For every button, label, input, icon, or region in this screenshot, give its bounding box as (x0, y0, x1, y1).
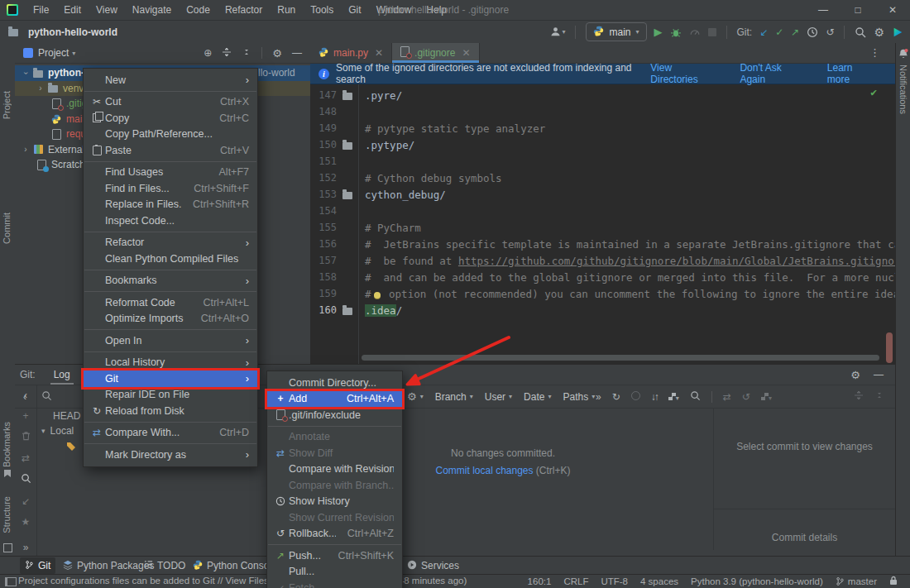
panel-settings-gear-icon[interactable]: ⚙ (850, 369, 860, 381)
collapse-all-icon[interactable] (242, 47, 251, 60)
banner-link-don-t-ask-again[interactable]: Don't Ask Again (740, 62, 805, 85)
filter-date[interactable]: Date▾ (524, 391, 551, 403)
status-segment-utf-8[interactable]: UTF-8 (601, 576, 628, 586)
status-segment-python-3-9-python-hello-world[interactable]: Python 3.9 (python-hello-world) (691, 576, 823, 586)
status-segment-crlf[interactable]: CRLF (563, 576, 588, 586)
menubar-item-navigate[interactable]: Navigate (125, 0, 179, 20)
context-menu-item-clean-python-compiled-files[interactable]: Clean Python Compiled Files (84, 251, 257, 267)
tool-strip-bookmarks[interactable]: Bookmarks (2, 422, 12, 467)
compare-branches-icon[interactable]: ⇄ (22, 452, 30, 464)
banner-link-view-directories[interactable]: View Directories (650, 62, 718, 85)
locate-file-icon[interactable]: ⊕ (204, 47, 212, 59)
diff-preview-icon[interactable]: ⇄ (723, 391, 731, 403)
git-submenu-item-compare-with-revision[interactable]: Compare with Revision... (267, 461, 402, 478)
context-menu-item-optimize-imports[interactable]: Optimize ImportsCtrl+Alt+O (84, 311, 257, 327)
tab-log[interactable]: Log (50, 365, 74, 385)
project-panel-title[interactable]: Project (38, 47, 69, 59)
run-button[interactable]: ▶ (654, 26, 663, 38)
tool-window-button-todo[interactable]: TODO (139, 557, 190, 574)
context-menu-item-mark-directory-as[interactable]: Mark Directory as› (84, 447, 257, 463)
layout-grid-icon[interactable]: ▾ (761, 391, 772, 403)
filter-user[interactable]: User▾ (485, 391, 512, 403)
context-menu-item-compare-with[interactable]: ⇄Compare With...Ctrl+D (84, 425, 257, 442)
menubar-item-git[interactable]: Git (341, 0, 368, 20)
context-menu-item-new[interactable]: New› (84, 72, 257, 88)
profiler-button[interactable] (689, 26, 701, 38)
close-tab-icon[interactable]: ✕ (462, 47, 470, 59)
vertical-scrollbar[interactable] (886, 332, 893, 363)
search-icon[interactable] (855, 26, 866, 38)
git-update-icon[interactable]: ↙ (759, 26, 768, 38)
menubar-item-refactor[interactable]: Refactor (218, 0, 270, 20)
debug-button[interactable] (670, 26, 682, 38)
chevron-collapsed-icon[interactable]: › (35, 84, 46, 93)
menubar-item-view[interactable]: View (89, 0, 125, 20)
close-button[interactable]: ✕ (875, 0, 910, 20)
git-submenu-item-commit-directory[interactable]: Commit Directory... (267, 375, 402, 391)
run-configuration-selector[interactable]: main ▾ (586, 22, 646, 41)
editor-tab-gitignore[interactable]: .gitignore✕ (392, 43, 479, 63)
editor-tab-main-py[interactable]: main.py✕ (310, 43, 392, 63)
filter-paths[interactable]: Paths▾ (563, 391, 595, 403)
context-menu-item-open-in[interactable]: Open In› (84, 332, 257, 349)
context-menu-item-reload-from-disk[interactable]: ↻Reload from Disk (84, 403, 257, 419)
user-account-icon[interactable]: ▾ (549, 26, 565, 38)
code-editor[interactable]: 147.pyre/148149# pytype static type anal… (310, 84, 895, 366)
notifications-bell-icon[interactable] (898, 48, 909, 62)
git-submenu-item-push[interactable]: ↗Push...Ctrl+Shift+K (267, 547, 402, 564)
tab-options-kebab-icon[interactable]: ⋮ (869, 46, 880, 59)
intention-bulb-icon[interactable] (374, 292, 381, 299)
maximize-button[interactable]: □ (841, 0, 875, 20)
context-menu-item-find-in-files[interactable]: Find in Files...Ctrl+Shift+F (84, 180, 257, 197)
favorite-star-icon[interactable]: ★ (22, 516, 31, 528)
filter-branch[interactable]: Branch▾ (435, 391, 473, 403)
close-tab-icon[interactable]: ✕ (375, 47, 383, 59)
ide-features-icon[interactable] (892, 26, 903, 38)
chevron-collapsed-icon[interactable]: › (20, 145, 31, 154)
menubar-item-edit[interactable]: Edit (56, 0, 89, 20)
status-segment-160-1[interactable]: 160:1 (528, 576, 552, 586)
context-menu-item-repair-ide-on-file[interactable]: Repair IDE on File (84, 387, 257, 404)
lock-icon[interactable] (889, 576, 898, 587)
context-menu-item-copy-path-reference[interactable]: Copy Path/Reference... (84, 127, 257, 143)
menubar-item-tools[interactable]: Tools (303, 0, 341, 20)
stop-button[interactable] (708, 28, 716, 36)
git-submenu-item-pull[interactable]: Pull... (267, 564, 402, 581)
collapse-all-icon[interactable] (874, 390, 884, 403)
banner-link-learn-more[interactable]: Learn more (827, 62, 875, 85)
minimize-button[interactable]: — (806, 0, 841, 20)
context-menu-item-replace-in-files[interactable]: Replace in Files...Ctrl+Shift+R (84, 197, 257, 213)
context-menu-item-local-history[interactable]: Local History› (84, 355, 257, 371)
branch-search-icon[interactable] (41, 390, 52, 404)
context-menu-item-refactor[interactable]: Refactor› (84, 235, 257, 251)
git-commit-check-icon[interactable]: ✓ (775, 26, 783, 38)
rollback-icon[interactable]: ↺ (826, 26, 834, 38)
presentation-grid-icon[interactable]: ▾ (668, 391, 679, 403)
settings-gear-icon[interactable]: ⚙ (874, 26, 884, 39)
tool-strip-project[interactable]: Project (2, 91, 12, 119)
git-submenu-item-git-info-exclude[interactable]: .git/info/exclude (267, 407, 402, 423)
context-menu-item-paste[interactable]: PasteCtrl+V (84, 142, 257, 159)
log-settings-gear-icon[interactable]: ⚙▾ (407, 390, 424, 403)
git-submenu-item-rollback[interactable]: ↺Rollback...Ctrl+Alt+Z (267, 526, 402, 543)
expand-all-icon[interactable] (222, 47, 232, 60)
tool-strip-commit[interactable]: Commit (2, 213, 12, 244)
context-menu-item-bookmarks[interactable]: Bookmarks› (84, 273, 257, 289)
log-search-icon[interactable] (690, 390, 701, 404)
branch-local-node[interactable]: ▾ Local (41, 425, 74, 437)
status-segment-4-spaces[interactable]: 4 spaces (640, 576, 678, 586)
context-menu-item-inspect-code[interactable]: Inspect Code... (84, 213, 257, 229)
tool-window-button-services[interactable]: Services (402, 557, 464, 574)
find-icon[interactable] (21, 473, 31, 486)
refresh-icon[interactable]: ↻ (612, 391, 620, 403)
delete-trash-icon[interactable] (22, 431, 31, 443)
context-menu-item-reformat-code[interactable]: Reformat CodeCtrl+Alt+L (84, 294, 257, 311)
sort-icon[interactable]: ↓↑ (651, 391, 658, 403)
menubar-item-code[interactable]: Code (179, 0, 218, 20)
git-branch-widget[interactable]: master (836, 576, 877, 586)
context-menu-item-cut[interactable]: ✂CutCtrl+X (84, 94, 257, 111)
navigate-icon[interactable]: ↙ (22, 495, 30, 507)
git-submenu-item-add[interactable]: +AddCtrl+Alt+A (267, 391, 402, 408)
menubar-item-run[interactable]: Run (270, 0, 303, 20)
context-menu-item-find-usages[interactable]: Find UsagesAlt+F7 (84, 165, 257, 181)
